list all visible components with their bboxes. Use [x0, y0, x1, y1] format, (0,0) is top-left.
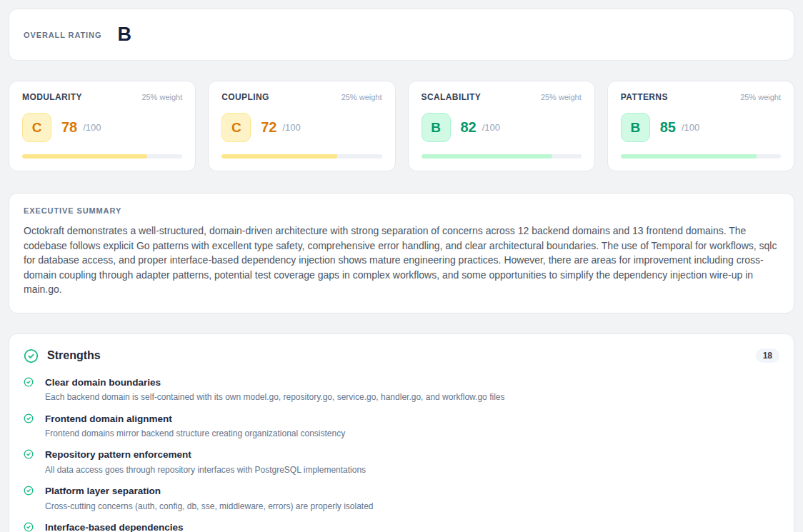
metric-score: 85: [660, 119, 676, 136]
strength-description: Cross-cutting concerns (auth, config, db…: [45, 501, 779, 512]
metric-name: COUPLING: [221, 92, 269, 102]
strengths-title: Strengths: [47, 349, 101, 362]
metric-card: MODULARITY 25% weight C 78 /100: [9, 81, 196, 171]
metric-weight: 25% weight: [541, 93, 582, 101]
metric-score-max: /100: [482, 122, 500, 133]
grade-chip: B: [621, 113, 650, 142]
metric-score: 78: [61, 119, 77, 136]
metric-weight: 25% weight: [141, 93, 182, 101]
overall-rating-label: OVERALL RATING: [24, 31, 101, 39]
strength-description: All data access goes through repository …: [45, 464, 779, 476]
strengths-card: Strengths 18 Clear domain boundaries Eac…: [9, 333, 794, 532]
strength-list-item: Interface-based dependencies Services de…: [24, 521, 779, 532]
strength-description: Frontend domains mirror backend structur…: [45, 428, 779, 439]
circle-check-icon: [24, 376, 39, 403]
strength-title: Clear domain boundaries: [45, 376, 779, 389]
metric-score: 82: [461, 119, 477, 136]
score-progress-track: [422, 154, 582, 159]
strength-title: Interface-based dependencies: [45, 521, 779, 532]
circle-check-icon: [24, 448, 39, 476]
strength-title: Platform layer separation: [45, 485, 779, 498]
metric-name: MODULARITY: [22, 92, 82, 102]
score-progress-fill: [422, 154, 553, 159]
strengths-list: Clear domain boundaries Each backend dom…: [24, 376, 779, 532]
metric-card: PATTERNS 25% weight B 85 /100: [607, 81, 794, 171]
strength-list-item: Platform layer separation Cross-cutting …: [24, 485, 779, 512]
executive-summary-card: EXECUTIVE SUMMARY Octokraft demonstrates…: [9, 193, 794, 313]
metric-weight: 25% weight: [341, 93, 382, 101]
metric-score-max: /100: [283, 122, 301, 133]
strengths-header: Strengths 18: [24, 348, 779, 363]
circle-check-icon: [24, 485, 39, 512]
metric-score-max: /100: [682, 122, 699, 133]
metric-name: SCALABILITY: [422, 92, 482, 102]
report-page: OVERALL RATING B MODULARITY 25% weight C…: [0, 0, 803, 532]
grade-chip: C: [22, 113, 51, 142]
metric-score: 72: [261, 119, 276, 136]
circle-check-icon: [24, 413, 39, 440]
metric-card: SCALABILITY 25% weight B 82 /100: [408, 81, 595, 171]
grade-chip: B: [422, 113, 451, 142]
score-progress-track: [22, 154, 182, 159]
score-progress-fill: [221, 154, 336, 159]
metric-name: PATTERNS: [621, 92, 668, 102]
strengths-count-badge: 18: [756, 348, 779, 363]
strength-list-item: Frontend domain alignment Frontend domai…: [24, 413, 779, 440]
strength-description: Each backend domain is self-contained wi…: [45, 391, 779, 403]
strength-title: Repository pattern enforcement: [45, 448, 779, 461]
metric-card: COUPLING 25% weight C 72 /100: [208, 81, 395, 171]
overall-rating-grade: B: [117, 25, 131, 44]
strength-list-item: Repository pattern enforcement All data …: [24, 448, 779, 476]
executive-summary-text: Octokraft demonstrates a well-structured…: [24, 224, 779, 297]
score-progress-track: [621, 154, 781, 159]
grade-chip: C: [221, 113, 251, 142]
circle-check-icon: [24, 521, 39, 532]
score-progress-track: [221, 154, 381, 159]
metric-cards-row: MODULARITY 25% weight C 78 /100 COUPLING…: [9, 81, 794, 171]
score-progress-fill: [22, 154, 147, 159]
executive-summary-label: EXECUTIVE SUMMARY: [24, 206, 779, 215]
overall-rating-card: OVERALL RATING B: [9, 9, 794, 61]
metric-score-max: /100: [83, 122, 101, 133]
strength-list-item: Clear domain boundaries Each backend dom…: [24, 376, 779, 403]
circle-check-icon: [24, 348, 39, 363]
metric-weight: 25% weight: [740, 93, 781, 101]
strength-title: Frontend domain alignment: [45, 413, 779, 426]
score-progress-fill: [621, 154, 757, 159]
